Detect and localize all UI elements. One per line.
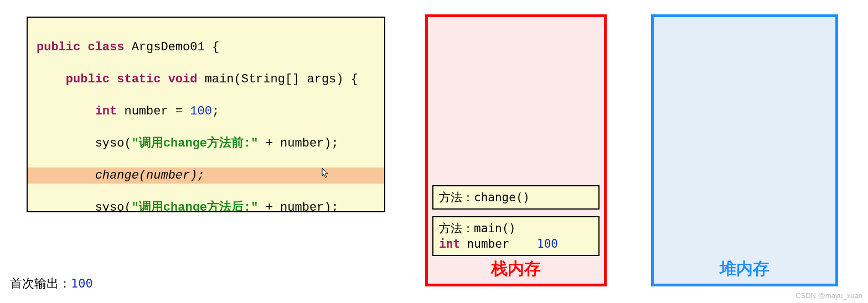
- heap-label: 堆内存: [654, 258, 835, 280]
- stack-memory-box: 方法：change() 方法：main() int number 100 栈内存: [425, 14, 607, 286]
- mouse-cursor-icon: [307, 152, 315, 163]
- output-text: 首次输出：100: [10, 275, 93, 292]
- heap-memory-box: 堆内存: [651, 14, 838, 286]
- highlighted-line-call: change(number);: [28, 168, 384, 184]
- stack-label: 栈内存: [428, 258, 604, 280]
- watermark-text: CSDN @mayu_xuan: [795, 291, 862, 300]
- class-name: ArgsDemo01: [132, 40, 205, 54]
- stack-frame-change: 方法：change(): [432, 185, 600, 210]
- stack-frame-main: 方法：main() int number 100: [432, 216, 600, 256]
- code-block: public class ArgsDemo01 { public static …: [27, 17, 385, 212]
